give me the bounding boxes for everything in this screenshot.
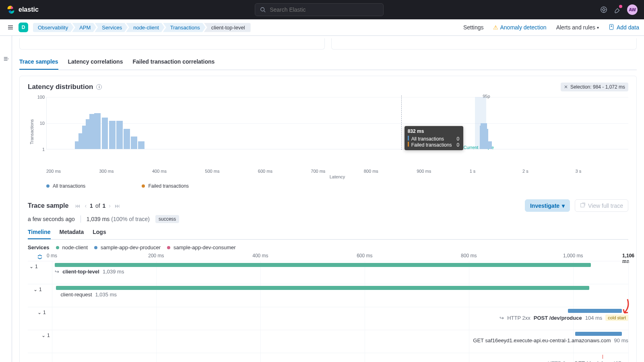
row2-dur: 1,035 ms [95, 292, 117, 298]
tab-metadata[interactable]: Metadata [60, 229, 84, 239]
search-input[interactable] [270, 6, 379, 13]
row2-bar[interactable] [56, 286, 589, 290]
row5-tick[interactable] [603, 355, 603, 359]
page-of: of [95, 203, 100, 209]
info-icon[interactable]: i [96, 84, 102, 90]
services-legend: Services node-client sample-app-dev-prod… [28, 244, 628, 250]
newsfeed-icon[interactable] [613, 6, 621, 14]
page-prev-button[interactable]: ‹ [84, 203, 87, 209]
trace-sample-title: Trace sample [28, 202, 68, 209]
view-full-trace-label: View full trace [588, 203, 623, 209]
service-c-label: sample-app-dev-consumer [173, 244, 236, 250]
service-consumer[interactable]: sample-app-dev-consumer [167, 244, 236, 250]
legend-failed-transactions[interactable]: Failed transactions [142, 183, 189, 189]
plus-doc-icon [609, 24, 615, 31]
xtick: 900 ms [417, 169, 469, 174]
latency-title-text: Latency distribution [28, 83, 93, 91]
chevron-down-icon[interactable]: ⌄ [41, 333, 45, 338]
ytick-100: 100 [37, 95, 45, 99]
view-full-trace-button[interactable]: View full trace [575, 199, 628, 212]
breadcrumb-services[interactable]: Services [95, 23, 128, 32]
close-icon[interactable]: ✕ [564, 84, 568, 90]
selection-badge[interactable]: ✕ Selection: 984 - 1,072 ms [561, 83, 628, 91]
legend-all-transactions[interactable]: All transactions [46, 183, 85, 189]
waterfall-row-3[interactable]: ⌄1 ↪ HTTP 2xx POST /dev/produce 104 ms c… [28, 307, 628, 330]
investigate-label: Investigate [530, 203, 559, 209]
chart-bar[interactable] [131, 137, 137, 149]
global-search[interactable] [255, 3, 384, 16]
page-total: 1 [103, 203, 106, 209]
chart-plot[interactable]: 95p Current sample 832 ms All transactio… [46, 97, 628, 149]
row4-dur: 90 ms [614, 337, 628, 343]
add-data-label: Add data [617, 24, 639, 31]
trace-meta: a few seconds ago 1,039 ms (100% of trac… [28, 215, 628, 223]
summary-cards-placeholder [19, 38, 637, 50]
breadcrumb-observability[interactable]: Observability [33, 23, 74, 32]
row5-name: GET /dev/ping [574, 360, 609, 362]
xtick: 2 s [522, 169, 575, 174]
nav-toggle-icon[interactable] [5, 22, 16, 33]
user-avatar[interactable]: AW [627, 4, 638, 15]
alerts-rules-menu[interactable]: Alerts and rules ▾ [556, 24, 599, 31]
space-selector[interactable]: D [19, 23, 28, 32]
tab-trace-samples[interactable]: Trace samples [19, 58, 58, 70]
add-data-link[interactable]: Add data [609, 24, 639, 31]
search-icon [259, 6, 266, 14]
page-first-button[interactable]: ⏮ [74, 203, 81, 209]
investigate-button[interactable]: Investigate ▾ [525, 199, 570, 212]
row1-bar[interactable] [55, 263, 591, 267]
chevron-down-icon[interactable]: ⌄ [33, 287, 37, 292]
waterfall-ruler: 0 ms200 ms400 ms600 ms800 ms1,000 ms1,10… [28, 253, 628, 261]
waterfall-row-2[interactable]: ⌄1 client-request 1,035 ms [28, 284, 628, 307]
waterfall-row-4[interactable]: ⌄1 GET saf16eeyd1.execute-api.eu-central… [28, 330, 628, 353]
trace-duration-pct: (100% of trace) [111, 216, 150, 222]
breadcrumb-transactions[interactable]: Transactions [163, 23, 206, 32]
row3-http: HTTP 2xx [507, 315, 530, 321]
settings-link[interactable]: Settings [463, 24, 484, 31]
chart-bar[interactable] [94, 113, 101, 149]
tab-timeline[interactable]: Timeline [28, 229, 51, 239]
popout-icon [580, 202, 586, 209]
main-tabs: Trace samples Latency correlations Faile… [19, 58, 637, 70]
side-collapse-toggle[interactable] [0, 36, 12, 362]
tab-logs[interactable]: Logs [93, 229, 106, 239]
service-node-client[interactable]: node-client [56, 244, 88, 250]
legend-dot-orange [142, 184, 145, 188]
xtick: 1 s [470, 169, 522, 174]
chevron-down-icon[interactable]: ⌄ [29, 264, 33, 269]
anomaly-detection-link[interactable]: ⚠ Anomaly detection [493, 24, 546, 31]
tab-failed-correlations[interactable]: Failed transaction correlations [132, 58, 215, 70]
page-last-button[interactable]: ⏭ [114, 203, 121, 209]
brand-logo[interactable]: elastic [6, 5, 39, 14]
ytick-10: 10 [40, 121, 45, 126]
xaxis-label: Latency [46, 174, 628, 179]
help-icon[interactable] [600, 6, 608, 14]
waterfall-row-1[interactable]: ⌄1 ↪ client-top-level 1,039 ms [28, 261, 628, 284]
chart-bar[interactable] [102, 118, 108, 149]
row4-bar[interactable] [575, 332, 622, 336]
tab-latency-correlations[interactable]: Latency correlations [68, 58, 123, 70]
xtick: 300 ms [99, 169, 152, 174]
subheader: D Observability APM Services node-client… [0, 19, 644, 36]
waterfall-tick: 200 ms [148, 253, 164, 259]
svg-rect-9 [581, 204, 584, 207]
chart-bar[interactable] [109, 121, 116, 149]
chart-bar[interactable] [124, 129, 130, 149]
subheader-left: D Observability APM Services node-client… [5, 22, 249, 33]
chart-bar[interactable] [138, 141, 144, 149]
trace-status-badge: success [155, 215, 179, 223]
yaxis-label: Transactions [28, 119, 34, 145]
elastic-logo-icon [6, 5, 15, 14]
breadcrumb-node-client[interactable]: node-client [126, 23, 165, 32]
chart-bar[interactable] [116, 121, 123, 149]
row1-count: 1 [35, 264, 38, 269]
page-next-button[interactable]: › [108, 203, 111, 209]
row3-bar[interactable] [568, 309, 622, 313]
chevron-down-icon[interactable]: ⌄ [37, 310, 41, 315]
breadcrumb-apm[interactable]: APM [72, 23, 96, 32]
waterfall-row-5[interactable]: ↪ HTTP 2xx GET /dev/ping 427 µs [28, 353, 628, 362]
latency-chart[interactable]: Transactions 100 10 1 95p Current sample… [28, 95, 628, 168]
service-producer[interactable]: sample-app-dev-producer [94, 244, 161, 250]
search-wrap [39, 3, 600, 16]
chart-bar[interactable] [485, 141, 492, 149]
